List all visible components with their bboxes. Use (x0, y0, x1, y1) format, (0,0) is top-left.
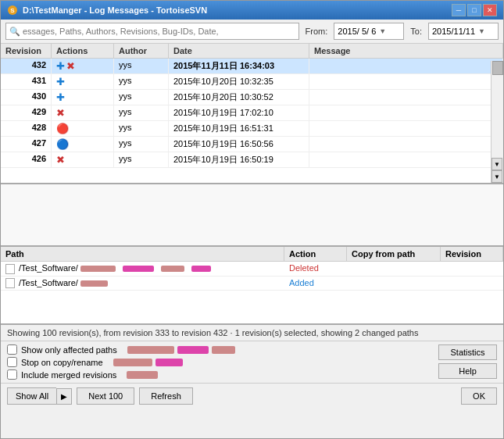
cell-actions: ✚ (52, 90, 114, 105)
col-author: Author (114, 44, 169, 58)
from-date-combo[interactable]: 2015/ 5/ 6 ▼ (334, 23, 404, 40)
redacted-options2 (113, 359, 432, 366)
from-label: From: (306, 27, 328, 36)
svn-icon: S (7, 5, 18, 16)
search-input[interactable] (23, 27, 295, 36)
cell-message (309, 90, 503, 105)
redacted-options (127, 346, 432, 354)
path-cell-path: /Test_Software/ (1, 262, 284, 276)
cell-revision: 432 (1, 59, 52, 73)
table-row[interactable]: 427 🔵 yys 2015年10月19日 16:50:56 (1, 137, 503, 152)
cell-author: yys (114, 105, 169, 120)
path-cell-action: Added (284, 277, 347, 291)
checkbox-merged: Include merged revisions (7, 369, 432, 380)
cell-revision: 426 (1, 152, 52, 167)
del-icon: ✖ (56, 107, 65, 119)
path-cell-copyfrom (347, 262, 441, 276)
to-label: To: (410, 27, 422, 36)
cell-actions: ✖ (52, 152, 114, 167)
help-button[interactable]: Help (438, 363, 497, 379)
table-row[interactable]: 431 ✚ yys 2015年10月20日 10:32:35 (1, 74, 503, 90)
bottom-bar: Show All ▶ Next 100 Refresh OK (1, 383, 503, 409)
search-box: 🔍 (5, 23, 299, 40)
table-row[interactable]: 428 🔴 yys 2015年10月19日 16:51:31 (1, 121, 503, 137)
ok-button[interactable]: OK (461, 387, 497, 405)
cell-message (309, 59, 503, 73)
cell-actions: ✖ (52, 105, 114, 120)
table-row[interactable]: 429 ✖ yys 2015年10月19日 17:02:10 (1, 105, 503, 121)
close-button[interactable]: ✕ (483, 4, 497, 16)
checkbox-affected-paths: Show only affected paths (7, 344, 432, 355)
path-cell-path: /Test_Software/ (1, 277, 284, 291)
scrollbar-track[interactable]: ▼ ▼ (491, 61, 503, 183)
cell-date: 2015年10月20日 10:32:35 (169, 74, 309, 89)
table-row[interactable]: 430 ✚ yys 2015年10月20日 10:30:52 (1, 90, 503, 105)
affected-paths-label: Show only affected paths (21, 345, 117, 355)
titlebar-buttons: ─ □ ✕ (452, 4, 497, 16)
redacted-content2 (123, 266, 154, 272)
statistics-button[interactable]: Statistics (438, 344, 497, 360)
add-icon: 🔵 (56, 138, 69, 150)
path-col-revision: Revision (441, 247, 503, 261)
cell-message (309, 105, 503, 120)
checkboxes: Show only affected paths Stop on copy/re… (7, 344, 432, 380)
refresh-button[interactable]: Refresh (139, 387, 193, 405)
scrollbar-thumb[interactable] (492, 61, 503, 75)
path-cell-action: Deleted (284, 262, 347, 276)
cell-message (309, 74, 503, 89)
path-table-section: Path Action Copy from path Revision /Tes… (1, 247, 503, 325)
add-icon: ✚ (56, 91, 65, 103)
window-title: D:\TestManger - Log Messages - TortoiseS… (23, 5, 207, 15)
log-table-section: Revision Actions Author Date Message 432… (1, 44, 503, 184)
show-all-button[interactable]: Show All (7, 387, 56, 405)
redacted-content5 (80, 280, 108, 287)
options-area: Show only affected paths Stop on copy/re… (1, 341, 503, 383)
cell-author: yys (114, 90, 169, 105)
next-button[interactable]: Next 100 (77, 387, 134, 405)
show-all-arrow-button[interactable]: ▶ (56, 388, 72, 405)
minimize-button[interactable]: ─ (452, 4, 466, 16)
merged-label: Include merged revisions (21, 370, 116, 380)
cell-author: yys (114, 137, 169, 152)
table-row[interactable]: 426 ✖ yys 2015年10月19日 16:50:19 (1, 152, 503, 168)
cell-author: yys (114, 152, 169, 167)
stop-copy-label: Stop on copy/rename (21, 358, 103, 367)
merged-checkbox[interactable] (7, 369, 17, 380)
status-text: Showing 100 revision(s), from revision 3… (7, 328, 418, 337)
cell-date: 2015年10月19日 17:02:10 (169, 105, 309, 120)
cell-date: 2015年10月19日 16:50:56 (169, 137, 309, 152)
cell-date: 2015年10月19日 16:50:19 (169, 152, 309, 167)
to-date-combo[interactable]: 2015/11/11 ▼ (428, 23, 499, 40)
scroll-down-arrow[interactable]: ▼ (491, 158, 502, 170)
cell-revision: 430 (1, 90, 52, 105)
add-icon: ✚ (56, 76, 65, 87)
path-row[interactable]: /Test_Software/ Added (1, 277, 503, 291)
stop-copy-checkbox[interactable] (7, 357, 17, 367)
path-cell-revision (441, 277, 503, 291)
col-message: Message (309, 44, 503, 58)
del-icon: 🔴 (56, 123, 69, 134)
path-col-copyfrom: Copy from path (347, 247, 441, 261)
checkbox-stop-copy: Stop on copy/rename (7, 357, 432, 367)
maximize-button[interactable]: □ (467, 4, 481, 16)
redacted-content4 (191, 266, 211, 272)
from-date-value: 2015/ 5/ 6 (338, 27, 376, 36)
cell-actions: 🔴 (52, 121, 114, 136)
path-cell-copyfrom (347, 277, 441, 291)
search-icon: 🔍 (9, 27, 20, 37)
toolbar: 🔍 From: 2015/ 5/ 6 ▼ To: 2015/11/11 ▼ (1, 20, 503, 44)
scroll-end-arrow[interactable]: ▼ (491, 170, 502, 183)
redacted-content (80, 266, 116, 272)
cell-author: yys (114, 74, 169, 89)
path-col-action: Action (284, 247, 347, 261)
svg-text:S: S (10, 7, 15, 14)
path-row[interactable]: /Test_Software/ Deleted (1, 262, 503, 277)
detail-section (1, 184, 503, 247)
show-all-group: Show All ▶ (7, 387, 72, 405)
table-row[interactable]: 432 ✚ ✖ yys 2015年11月11日 16:34:03 (1, 59, 503, 74)
to-date-arrow: ▼ (478, 27, 485, 35)
path-table-header: Path Action Copy from path Revision (1, 247, 503, 262)
side-buttons: Statistics Help (438, 344, 497, 379)
affected-paths-checkbox[interactable] (7, 344, 17, 355)
table-body: 432 ✚ ✖ yys 2015年11月11日 16:34:03 431 ✚ y… (1, 59, 503, 180)
